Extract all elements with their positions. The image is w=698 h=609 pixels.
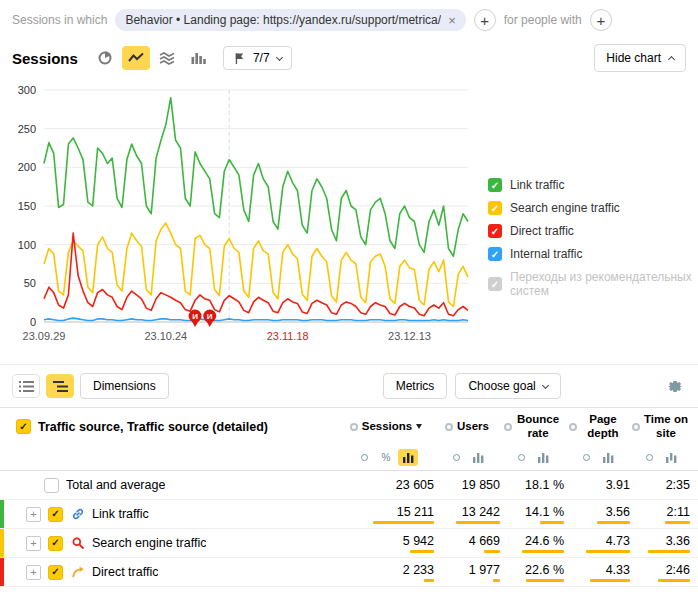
cell-sessions: 15 211 [397, 505, 434, 519]
value-bar [493, 579, 500, 582]
sessions-bars-view-button[interactable] [398, 449, 418, 466]
plus-icon: + [480, 13, 489, 28]
time-bars-view-button[interactable] [661, 449, 681, 466]
checkbox-icon[interactable]: ✓ [488, 201, 502, 215]
bars-view-icon [403, 453, 414, 463]
filter-chip[interactable]: Behavior • Landing page: https://yandex.… [115, 9, 465, 31]
dimensions-label: Dimensions [93, 379, 156, 393]
row-checkbox[interactable] [44, 478, 59, 493]
legend-item-internal-traffic[interactable]: ✓ Internal traffic [488, 247, 698, 261]
legend-item-link-traffic[interactable]: ✓ Link traffic [488, 178, 698, 192]
depth-bars-view-button[interactable] [598, 449, 618, 466]
row-label[interactable]: Direct traffic [92, 565, 158, 579]
pie-chart-type-button[interactable] [91, 46, 119, 70]
table-header-row: ✓ Traffic source, Traffic source (detail… [0, 407, 698, 445]
metrics-group: Metrics Choose goal [383, 373, 561, 399]
legend-label: Search engine traffic [510, 201, 620, 215]
row-label[interactable]: Link traffic [92, 507, 149, 521]
pie-view-icon [518, 454, 525, 461]
column-header-sessions[interactable]: Sessions [338, 420, 434, 433]
row-checkbox[interactable]: ✓ [48, 565, 63, 580]
stacked-lines-icon [159, 50, 175, 66]
value-bar [456, 521, 500, 524]
users-pie-view-button[interactable] [446, 449, 466, 466]
expand-row-button[interactable]: + [26, 565, 41, 580]
chart-toolbar: Sessions 7/7 Hide chart [0, 36, 698, 78]
checkbox-icon[interactable]: ✓ [488, 247, 502, 261]
table-row-search-engine-traffic[interactable]: + ✓ Search engine traffic 5 942 4 669 24… [0, 529, 698, 558]
value-bar [665, 521, 690, 524]
metric-view-switcher-row: % [0, 445, 698, 471]
cell-sessions: 5 942 [403, 534, 434, 548]
column-header-users[interactable]: Users [434, 420, 500, 433]
choose-goal-label: Choose goal [468, 379, 535, 393]
sessions-pie-view-button[interactable] [354, 449, 374, 466]
svg-text:0: 0 [30, 316, 36, 328]
value-bar [586, 550, 630, 553]
bounce-pie-view-button[interactable] [511, 449, 531, 466]
add-session-filter-button[interactable]: + [474, 9, 496, 31]
row-checkbox[interactable]: ✓ [48, 536, 63, 551]
metrics-button[interactable]: Metrics [383, 373, 448, 399]
filter-chip-label: Behavior • Landing page: https://yandex.… [125, 13, 441, 27]
chart-legend: ✓ Link traffic ✓ Search engine traffic ✓… [488, 178, 698, 298]
table-row-link-traffic[interactable]: + ✓ Link traffic 15 211 13 242 14.1 % 3.… [0, 500, 698, 529]
users-bars-view-button[interactable] [468, 449, 488, 466]
column-header-bounce-rate[interactable]: Bounce rate [500, 413, 564, 439]
legend-item-direct-traffic[interactable]: ✓ Direct traffic [488, 224, 698, 238]
tree-view-button[interactable] [46, 374, 74, 398]
checkbox-icon[interactable]: ✓ [488, 178, 502, 192]
stacked-chart-type-button[interactable] [153, 46, 181, 70]
close-icon[interactable]: × [448, 14, 456, 27]
table-row-direct-traffic[interactable]: + ✓ Direct traffic 2 233 1 977 22.6 % 4.… [0, 558, 698, 587]
cell-users: 19 850 [462, 478, 500, 492]
metric-circle-icon [569, 423, 577, 431]
row-checkbox[interactable]: ✓ [48, 507, 63, 522]
metric-circle-icon [445, 423, 453, 431]
bounce-bars-view-button[interactable] [533, 449, 553, 466]
value-bar [658, 579, 690, 582]
metrics-label: Metrics [396, 379, 435, 393]
line-chart-type-button[interactable] [122, 46, 150, 70]
chart-area: 05010015020025030023.09.2923.10.2423.11.… [0, 78, 698, 350]
tree-view-icon [53, 380, 68, 393]
bars-view-icon [538, 453, 549, 463]
bars-view-icon [666, 453, 677, 463]
metric-circle-icon [632, 423, 640, 431]
select-all-checkbox[interactable]: ✓ [16, 419, 31, 434]
bars-view-icon [603, 453, 614, 463]
legend-item-search-traffic[interactable]: ✓ Search engine traffic [488, 201, 698, 215]
value-bar [526, 579, 564, 582]
value-bar [424, 579, 434, 582]
expand-row-button[interactable]: + [26, 507, 41, 522]
table-settings-button[interactable] [665, 376, 686, 397]
choose-goal-dropdown[interactable]: Choose goal [455, 373, 560, 399]
svg-text:250: 250 [18, 123, 36, 135]
cell-time-on-site: 2:11 [667, 505, 690, 519]
cell-bounce-rate: 18.1 % [525, 478, 564, 492]
hide-chart-button[interactable]: Hide chart [594, 44, 686, 72]
direct-arrow-icon [70, 565, 85, 580]
legend-item-recommendation-systems[interactable]: ✓ Переходы из рекомендательных систем [488, 270, 698, 298]
value-bar [410, 550, 434, 553]
expand-row-button[interactable]: + [26, 536, 41, 551]
sessions-percent-view-button[interactable]: % [376, 449, 396, 466]
flat-list-view-button[interactable] [12, 374, 40, 398]
add-user-filter-button[interactable]: + [590, 9, 612, 31]
column-header-time-on-site[interactable]: Time on site [630, 413, 698, 439]
pie-view-icon [453, 454, 460, 461]
checkbox-icon[interactable]: ✓ [488, 224, 502, 238]
histogram-chart-type-button[interactable] [184, 46, 212, 70]
depth-pie-view-button[interactable] [576, 449, 596, 466]
dimensions-button[interactable]: Dimensions [80, 373, 169, 399]
column-header-page-depth[interactable]: Page depth [564, 413, 630, 439]
svg-text:И: И [207, 312, 213, 321]
pie-view-icon [361, 454, 368, 461]
segments-visibility-dropdown[interactable]: 7/7 [223, 46, 292, 70]
gear-icon [667, 378, 684, 395]
segments-count: 7/7 [253, 51, 270, 65]
svg-text:50: 50 [24, 277, 36, 289]
row-label[interactable]: Search engine traffic [92, 536, 206, 550]
checkbox-icon[interactable]: ✓ [488, 277, 502, 291]
time-pie-view-button[interactable] [639, 449, 659, 466]
